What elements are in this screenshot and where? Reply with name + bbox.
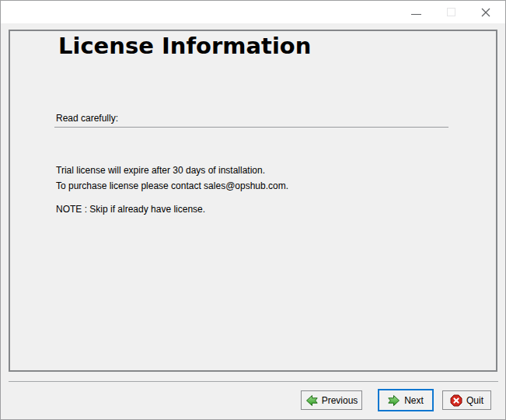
content-panel: License Information Read carefully: Tria… [9, 30, 497, 372]
footer-divider [9, 381, 498, 382]
close-button[interactable] [478, 5, 494, 20]
license-line-1: Trial license will expire after 30 days … [56, 163, 288, 178]
quit-button-label: Quit [466, 395, 483, 406]
minimize-icon [411, 14, 421, 15]
page-title: License Information [58, 33, 311, 59]
next-button[interactable]: Next [378, 389, 434, 411]
read-carefully-label: Read carefully: [56, 113, 448, 124]
license-line-2: To purchase license please contact sales… [56, 178, 288, 194]
main-area: License Information Read carefully: Tria… [1, 23, 505, 419]
section-divider [54, 127, 448, 128]
previous-button[interactable]: Previous [301, 390, 362, 410]
read-carefully-section: Read carefully: [54, 113, 448, 128]
green-arrow-right-icon [388, 394, 400, 407]
quit-button[interactable]: Quit [442, 390, 491, 410]
close-icon [480, 7, 491, 18]
next-button-label: Next [404, 395, 424, 406]
green-arrow-left-icon [305, 394, 318, 407]
previous-button-label: Previous [322, 395, 358, 406]
maximize-icon [447, 8, 455, 16]
title-bar [1, 1, 505, 23]
maximize-button[interactable] [443, 5, 459, 20]
minimize-button[interactable] [408, 5, 424, 20]
window-controls [408, 1, 494, 23]
red-stop-x-icon [450, 394, 462, 407]
license-text: Trial license will expire after 30 days … [56, 163, 288, 217]
installer-window: License Information Read carefully: Tria… [0, 0, 506, 420]
license-note: NOTE : Skip if already have license. [56, 201, 288, 217]
